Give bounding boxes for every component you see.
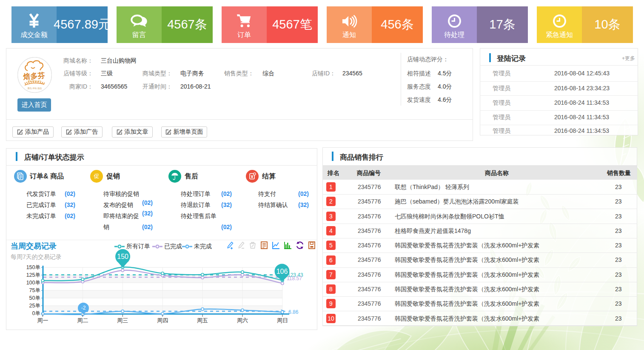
- svg-text:周日: 周日: [277, 317, 288, 324]
- svg-text:75单: 75单: [29, 287, 40, 293]
- svg-text:面包·烘焙·甜品: 面包·烘焙·甜品: [28, 87, 42, 90]
- svg-text:周一: 周一: [37, 317, 48, 324]
- svg-text:150: 150: [117, 253, 128, 260]
- svg-text:-2: -2: [81, 305, 86, 311]
- svg-text:125单: 125单: [26, 272, 40, 278]
- svg-text:150单: 150单: [26, 264, 40, 270]
- svg-text:周六: 周六: [237, 317, 248, 324]
- svg-text:0单: 0单: [32, 310, 40, 316]
- svg-text:118.57: 118.57: [287, 275, 302, 281]
- svg-text:50单: 50单: [29, 295, 40, 301]
- svg-text:6.86: 6.86: [288, 309, 299, 315]
- svg-text:106: 106: [276, 268, 288, 275]
- svg-text:周四: 周四: [157, 317, 168, 324]
- svg-text:周二: 周二: [77, 317, 88, 324]
- svg-text:100单: 100单: [26, 280, 40, 286]
- svg-text:Beethoven: Beethoven: [28, 80, 41, 83]
- svg-text:周三: 周三: [117, 317, 128, 324]
- svg-text:25单: 25单: [29, 303, 40, 309]
- svg-text:周五: 周五: [197, 317, 208, 324]
